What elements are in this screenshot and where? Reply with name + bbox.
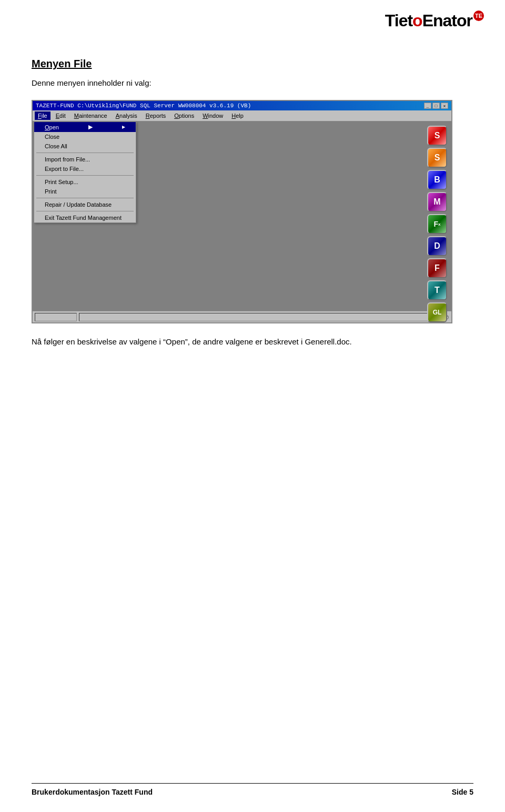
menu-print[interactable]: Print xyxy=(34,187,136,196)
menu-options[interactable]: Options xyxy=(171,111,197,120)
page-title: Menyen File xyxy=(32,58,473,70)
toolbar-btn-m[interactable]: M xyxy=(427,192,447,212)
subtitle: Denne menyen inneholder ni valg: xyxy=(32,78,473,87)
toolbar-btn-fx[interactable]: Fx xyxy=(427,214,447,234)
menu-maintenance[interactable]: Maintenance xyxy=(71,111,110,120)
toolbar-btn-b[interactable]: B xyxy=(427,170,447,190)
footer-left: Brukerdokumentasjon Tazett Fund xyxy=(32,788,153,796)
footer-right: Side 5 xyxy=(452,788,473,796)
menu-file[interactable]: File xyxy=(35,111,50,120)
toolbar-btn-gl[interactable]: GL xyxy=(427,302,447,322)
toolbar-btn-t[interactable]: T xyxy=(427,280,447,300)
side-toolbar: S S B M Fx D F T GL xyxy=(427,126,447,322)
description: Nå følger en beskrivelse av valgene i “O… xyxy=(32,336,473,348)
menu-help[interactable]: Help xyxy=(228,111,247,120)
dropdown-menu: Open ▶ Close Close All Import from File.… xyxy=(34,121,136,223)
menu-bar: File Edit Maintenance Analysis Reports O… xyxy=(33,110,451,121)
logo: TietoEnator TE xyxy=(385,11,484,31)
menu-analysis[interactable]: Analysis xyxy=(113,111,140,120)
minimize-button[interactable]: _ xyxy=(424,103,431,109)
status-segment-1 xyxy=(35,313,77,321)
menu-print-setup[interactable]: Print Setup... xyxy=(34,177,136,187)
close-button[interactable]: ✕ xyxy=(441,103,448,109)
toolbar-btn-d[interactable]: D xyxy=(427,236,447,256)
title-bar-text: TAZETT-FUND C:\Utvikling\FUND SQL Server… xyxy=(36,103,251,109)
menu-close[interactable]: Close xyxy=(34,132,136,141)
toolbar-btn-s2[interactable]: S xyxy=(427,148,447,168)
app-window: TAZETT-FUND C:\Utvikling\FUND SQL Server… xyxy=(32,100,452,323)
separator-4 xyxy=(36,211,134,211)
menu-import[interactable]: Import from File... xyxy=(34,155,136,164)
menu-exit[interactable]: Exit Tazett Fund Management xyxy=(34,213,136,222)
menu-repair[interactable]: Repair / Update Database xyxy=(34,200,136,209)
separator-2 xyxy=(36,175,134,176)
title-bar-buttons: _ □ ✕ xyxy=(424,103,448,109)
separator-1 xyxy=(36,153,134,153)
menu-reports[interactable]: Reports xyxy=(143,111,169,120)
title-bar: TAZETT-FUND C:\Utvikling\FUND SQL Server… xyxy=(33,101,451,110)
footer: Brukerdokumentasjon Tazett Fund Side 5 xyxy=(32,783,473,796)
logo-badge: TE xyxy=(473,11,484,21)
status-bar: ⊘ xyxy=(33,311,451,322)
app-body: Open ▶ Close Close All Import from File.… xyxy=(33,121,451,311)
menu-open[interactable]: Open ▶ xyxy=(34,122,136,132)
menu-close-all[interactable]: Close All xyxy=(34,141,136,151)
toolbar-btn-s1[interactable]: S xyxy=(427,126,447,146)
status-segment-2 xyxy=(79,313,442,321)
logo-text: TietoEnator xyxy=(385,11,472,31)
maximize-button[interactable]: □ xyxy=(432,103,440,109)
separator-3 xyxy=(36,198,134,198)
menu-edit[interactable]: Edit xyxy=(53,111,69,120)
menu-window[interactable]: Window xyxy=(199,111,226,120)
menu-export[interactable]: Export to File... xyxy=(34,164,136,174)
toolbar-btn-f[interactable]: F xyxy=(427,258,447,278)
